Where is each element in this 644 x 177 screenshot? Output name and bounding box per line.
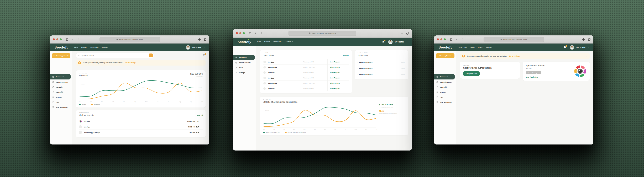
back-icon[interactable] bbox=[254, 32, 257, 35]
nav-link-partner[interactable]: Partner bbox=[82, 46, 87, 48]
nav-link-partner[interactable]: Partner bbox=[470, 46, 475, 48]
sidebar-item-my-wallet[interactable]: My Wallet bbox=[50, 85, 72, 89]
go-to-settings-link[interactable]: Go to Settings bbox=[125, 62, 136, 64]
close-icon[interactable] bbox=[202, 62, 204, 64]
notifications-bell[interactable] bbox=[202, 54, 206, 57]
kebab-icon[interactable] bbox=[344, 61, 346, 63]
nav-link-invest[interactable]: Invest bbox=[257, 41, 261, 43]
tabs-icon[interactable] bbox=[204, 38, 206, 41]
zoom-window-button[interactable] bbox=[243, 32, 245, 34]
back-icon[interactable] bbox=[71, 38, 74, 41]
view-request-link[interactable]: View Request bbox=[330, 72, 340, 73]
seedefy-logo[interactable]: Seedefy bbox=[439, 45, 454, 49]
notifications-bell[interactable] bbox=[564, 46, 566, 49]
sidebar-item-my-profile[interactable]: My Profile bbox=[50, 90, 72, 94]
kebab-icon[interactable] bbox=[344, 77, 346, 79]
view-request-link[interactable]: View Request bbox=[330, 88, 340, 89]
back-icon[interactable] bbox=[455, 38, 458, 41]
nav-link-about-us[interactable]: About us bbox=[486, 46, 494, 48]
minimize-window-button[interactable] bbox=[239, 32, 241, 34]
sidebar-item-help-support[interactable]: Help & Support bbox=[50, 105, 72, 109]
sidebar-item-help-support[interactable]: Help & Support bbox=[434, 100, 456, 104]
avatar[interactable] bbox=[388, 39, 393, 44]
go-to-settings-link[interactable]: Go to Settings bbox=[509, 55, 520, 57]
avatar[interactable] bbox=[186, 45, 190, 49]
new-tab-icon[interactable] bbox=[582, 38, 585, 41]
activity-row[interactable]: Lorem Ipsum Dolor2 Days bbox=[358, 59, 405, 65]
view-request-link[interactable]: View Request bbox=[330, 61, 340, 63]
sidebar-item-open-requests[interactable]: Open Requests bbox=[233, 60, 256, 65]
address-bar[interactable]: Search or enter website name bbox=[100, 37, 160, 42]
nav-link-partner[interactable]: Partner bbox=[264, 41, 270, 43]
sidebar-item-settings[interactable]: Settings bbox=[434, 90, 456, 94]
forward-icon[interactable] bbox=[260, 32, 263, 35]
sidebar-toggle-icon[interactable] bbox=[450, 38, 452, 41]
nav-link-invest[interactable]: Invest bbox=[74, 46, 78, 48]
seedefy-logo[interactable]: Seedefy bbox=[238, 40, 252, 44]
close-window-button[interactable] bbox=[236, 32, 238, 34]
kebab-icon[interactable] bbox=[404, 99, 406, 101]
close-icon[interactable] bbox=[586, 55, 588, 57]
minimize-window-button[interactable] bbox=[56, 38, 58, 40]
nav-link-about-us[interactable]: About us bbox=[102, 46, 110, 48]
zoom-window-button[interactable] bbox=[60, 38, 62, 40]
new-tab-icon[interactable] bbox=[198, 38, 201, 41]
tabs-icon[interactable] bbox=[406, 32, 409, 35]
investment-row[interactable]: Technology Concept 100 000 EUR bbox=[79, 130, 203, 135]
sidebar-item-faq[interactable]: FAQ bbox=[50, 100, 72, 104]
chevron-down-icon[interactable] bbox=[588, 47, 589, 48]
address-bar[interactable]: Search or enter website name bbox=[288, 31, 356, 36]
search-button[interactable] bbox=[149, 53, 153, 57]
forward-icon[interactable] bbox=[461, 38, 464, 41]
profile-menu[interactable]: My Profile bbox=[576, 46, 586, 48]
avatar[interactable] bbox=[570, 45, 574, 49]
complete-step-button[interactable]: Complete Step bbox=[463, 71, 480, 76]
view-request-link[interactable]: View Request bbox=[330, 66, 340, 68]
new-application-button[interactable]: + New Application bbox=[436, 53, 454, 58]
kebab-icon[interactable] bbox=[348, 52, 350, 54]
nav-link-raise-funds[interactable]: Raise funds bbox=[90, 46, 98, 48]
sidebar-item-my-applications[interactable]: My Applications bbox=[434, 80, 456, 84]
sidebar-item-users[interactable]: Users bbox=[233, 65, 256, 70]
investment-row[interactable]: Vindigo 4 000 000 EUR bbox=[79, 124, 203, 130]
chevron-down-icon[interactable] bbox=[406, 41, 407, 42]
seedefy-logo[interactable]: Seedefy bbox=[54, 45, 70, 49]
forward-icon[interactable] bbox=[77, 38, 80, 41]
kebab-icon[interactable] bbox=[344, 82, 346, 84]
close-window-button[interactable] bbox=[53, 38, 55, 40]
profile-menu[interactable]: My Profile bbox=[192, 46, 202, 48]
kebab-icon[interactable] bbox=[202, 72, 204, 75]
close-window-button[interactable] bbox=[437, 38, 439, 40]
kebab-icon[interactable] bbox=[201, 131, 203, 134]
sidebar-item-settings[interactable]: Settings bbox=[233, 70, 256, 75]
view-all-link[interactable]: View All bbox=[197, 114, 203, 116]
investment-row[interactable]: ImGram 10 000 000 EUR bbox=[79, 118, 203, 124]
kebab-icon[interactable] bbox=[344, 72, 346, 74]
sidebar-item-dashboard[interactable]: Dashboard bbox=[50, 74, 70, 79]
sidebar-toggle-icon[interactable] bbox=[66, 38, 68, 41]
tabs-icon[interactable] bbox=[588, 38, 591, 41]
view-application-link[interactable]: View Application bbox=[526, 76, 572, 78]
notifications-bell[interactable] bbox=[382, 40, 385, 43]
profile-menu[interactable]: My Profile bbox=[395, 41, 404, 43]
nav-link-raise-funds[interactable]: Raise funds bbox=[273, 41, 282, 43]
kebab-icon[interactable] bbox=[344, 66, 346, 68]
view-request-link[interactable]: View Request bbox=[330, 82, 340, 84]
view-request-link[interactable]: View Request bbox=[330, 77, 340, 79]
traffic-lights[interactable] bbox=[437, 38, 446, 40]
sidebar-item-settings[interactable]: Settings bbox=[50, 95, 72, 99]
nav-link-about-us[interactable]: About us bbox=[284, 41, 293, 43]
traffic-lights[interactable] bbox=[236, 32, 245, 34]
investment-opportunities-button[interactable]: Investment Opportunities bbox=[52, 53, 70, 58]
sidebar-item-faq[interactable]: FAQ bbox=[434, 95, 456, 99]
zoom-window-button[interactable] bbox=[444, 38, 446, 40]
search-input[interactable] bbox=[81, 54, 147, 56]
sidebar-item-dashboard[interactable]: Dashboard bbox=[233, 55, 254, 60]
view-all-link[interactable]: View All bbox=[343, 55, 349, 56]
sidebar-item-dashboard[interactable]: Dashboard bbox=[434, 74, 455, 79]
sidebar-item-my-profile[interactable]: My Profile bbox=[434, 85, 456, 89]
chevron-down-icon[interactable] bbox=[204, 47, 205, 48]
new-tab-icon[interactable] bbox=[400, 32, 403, 35]
kebab-icon[interactable] bbox=[201, 126, 203, 128]
sidebar-item-my-investments[interactable]: My Investments bbox=[50, 80, 72, 84]
